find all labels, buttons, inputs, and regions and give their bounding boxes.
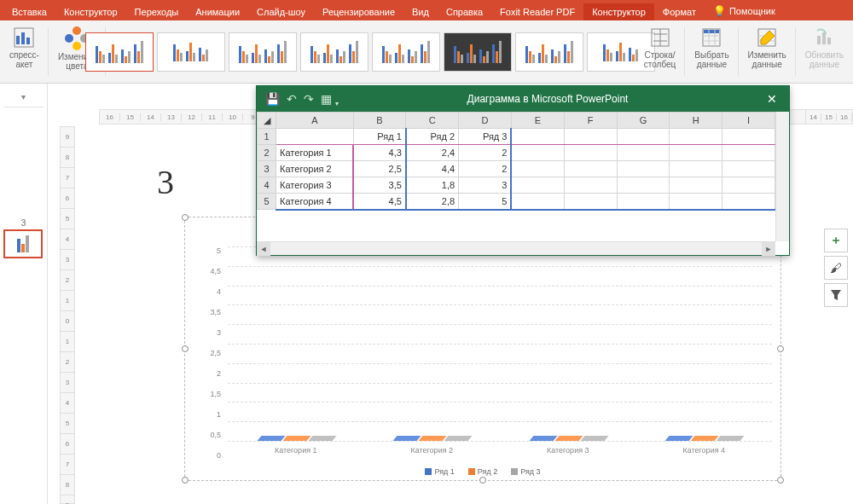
svg-rect-9 bbox=[822, 32, 826, 44]
save-icon[interactable]: 💾 bbox=[265, 92, 280, 106]
tab-insert[interactable]: Вставка bbox=[3, 3, 55, 20]
excel-titlebar[interactable]: 💾 ↶ ↷ ▦▾ Диаграмма в Microsoft PowerPoin… bbox=[257, 86, 789, 112]
refresh-data-button[interactable]: Обновить данные bbox=[801, 24, 848, 72]
cell-B5[interactable]: 4,5 bbox=[353, 194, 406, 210]
tab-review[interactable]: Рецензирование bbox=[314, 3, 403, 20]
change-data-button[interactable]: Изменить данные bbox=[744, 24, 791, 72]
tab-chart-format[interactable]: Формат bbox=[654, 3, 705, 20]
col-header-E[interactable]: E bbox=[511, 113, 564, 129]
selection-handle[interactable] bbox=[479, 477, 486, 484]
chart-style-1[interactable] bbox=[85, 32, 154, 72]
svg-rect-6 bbox=[704, 30, 719, 33]
chart-style-6[interactable] bbox=[444, 32, 512, 72]
excel-data-window[interactable]: 💾 ↶ ↷ ▦▾ Диаграмма в Microsoft PowerPoin… bbox=[256, 85, 790, 256]
cell-D5[interactable]: 5 bbox=[459, 194, 512, 210]
group-change-data: Изменить данные bbox=[739, 24, 796, 79]
select-data-label: Выбрать данные bbox=[694, 50, 728, 69]
col-header-G[interactable]: G bbox=[617, 113, 670, 129]
select-all-cell[interactable]: ◢ bbox=[258, 113, 276, 129]
redo-icon[interactable]: ↷ bbox=[304, 92, 314, 106]
slide-panel-options[interactable]: ▾ bbox=[3, 87, 44, 107]
tab-slideshow[interactable]: Слайд-шоу bbox=[248, 3, 314, 20]
switch-rowcol-icon bbox=[649, 26, 671, 49]
col-header-H[interactable]: H bbox=[670, 113, 722, 129]
col-header-F[interactable]: F bbox=[564, 113, 617, 129]
select-data-button[interactable]: Выбрать данные bbox=[690, 24, 733, 72]
excel-scrollbar-horizontal[interactable]: ◄ ► bbox=[257, 241, 775, 255]
chart-filters-button[interactable] bbox=[824, 283, 848, 307]
row-header-5[interactable]: 5 bbox=[258, 194, 276, 210]
slide-number-label: 3 bbox=[3, 218, 44, 228]
ribbon: спресс- акет Изменить цвета Строка/ стол… bbox=[0, 20, 853, 84]
change-data-icon bbox=[756, 26, 778, 49]
selection-handle[interactable] bbox=[777, 477, 784, 484]
undo-icon[interactable]: ↶ bbox=[287, 92, 297, 106]
cell-D1[interactable]: Ряд 3 bbox=[459, 129, 512, 145]
selection-handle[interactable] bbox=[182, 214, 189, 221]
cell-B2[interactable]: 4,3 bbox=[353, 145, 406, 161]
tab-help[interactable]: Справка bbox=[438, 3, 491, 20]
tab-chart-design[interactable]: Конструктор bbox=[583, 3, 654, 20]
tab-transitions[interactable]: Переходы bbox=[126, 3, 188, 20]
col-header-D[interactable]: D bbox=[459, 113, 512, 129]
excel-scrollbar-vertical[interactable] bbox=[775, 112, 789, 241]
chart-styles-gallery[interactable] bbox=[85, 24, 655, 79]
selection-handle[interactable] bbox=[182, 477, 189, 484]
chart-elements-button[interactable]: ＋ bbox=[824, 229, 848, 252]
tab-view[interactable]: Вид bbox=[403, 3, 438, 20]
col-header-C[interactable]: C bbox=[406, 113, 459, 129]
cell-B3[interactable]: 2,5 bbox=[353, 161, 406, 177]
excel-close-button[interactable]: ✕ bbox=[755, 92, 789, 106]
group-select-data: Выбрать данные bbox=[685, 24, 738, 79]
cell-C5[interactable]: 2,8 bbox=[406, 194, 459, 210]
slide-thumbnail[interactable] bbox=[3, 229, 43, 258]
chart-object[interactable]: Название диаграммы 54,543,532,521,510,50… bbox=[184, 217, 781, 481]
tab-animation[interactable]: Анимации bbox=[187, 3, 248, 20]
group-rowcol: Строка/ столбец bbox=[635, 24, 686, 79]
cell-A5[interactable]: Категория 4 bbox=[276, 194, 353, 210]
cell-B4[interactable]: 3,5 bbox=[353, 177, 406, 194]
chart-plot: 54,543,532,521,510,50 Категория 1Категор… bbox=[202, 246, 772, 449]
cell-B1[interactable]: Ряд 1 bbox=[353, 129, 406, 145]
row-header-3[interactable]: 3 bbox=[258, 161, 276, 177]
cell-C1[interactable]: Ряд 2 bbox=[406, 129, 459, 145]
chart-style-5[interactable] bbox=[372, 32, 440, 72]
slide-number-large: 3 bbox=[157, 162, 174, 202]
excel-app-icon[interactable]: ▦▾ bbox=[321, 92, 332, 106]
row-header-4[interactable]: 4 bbox=[258, 177, 276, 194]
chart-bars: Категория 1Категория 2Категория 3Категор… bbox=[228, 238, 772, 441]
selection-handle[interactable] bbox=[182, 345, 189, 352]
selection-handle[interactable] bbox=[777, 345, 784, 352]
tab-foxit[interactable]: Foxit Reader PDF bbox=[491, 3, 583, 20]
svg-rect-1 bbox=[16, 36, 20, 44]
chart-style-3[interactable] bbox=[229, 32, 297, 72]
chart-style-4[interactable] bbox=[300, 32, 368, 72]
tab-tellme[interactable]: 💡Помощник bbox=[705, 2, 784, 20]
cell-D3[interactable]: 2 bbox=[459, 161, 512, 177]
col-header-A[interactable]: A bbox=[276, 113, 353, 129]
chart-style-7[interactable] bbox=[515, 32, 583, 72]
row-header-2[interactable]: 2 bbox=[258, 145, 276, 161]
cell-D4[interactable]: 3 bbox=[459, 177, 512, 194]
row-header-1[interactable]: 1 bbox=[258, 129, 276, 145]
cell-C4[interactable]: 1,8 bbox=[406, 177, 459, 194]
cell-A4[interactable]: Категория 3 bbox=[276, 177, 353, 194]
cell-A2[interactable]: Категория 1 bbox=[276, 145, 353, 161]
switch-rowcol-button[interactable]: Строка/ столбец bbox=[640, 24, 681, 72]
scroll-right-icon[interactable]: ► bbox=[762, 242, 775, 256]
cell-C3[interactable]: 4,4 bbox=[406, 161, 459, 177]
scroll-left-icon[interactable]: ◄ bbox=[257, 242, 270, 256]
switch-rowcol-label: Строка/ столбец bbox=[644, 50, 676, 69]
cell-D2[interactable]: 2 bbox=[459, 145, 512, 161]
express-layout-label: спресс- акет bbox=[9, 50, 39, 69]
cell-C2[interactable]: 2,4 bbox=[406, 145, 459, 161]
svg-rect-2 bbox=[21, 32, 25, 44]
excel-grid[interactable]: ◢ABCDEFGHI1Ряд 1Ряд 2Ряд 32Категория 14,… bbox=[257, 112, 775, 241]
col-header-B[interactable]: B bbox=[353, 113, 406, 129]
chart-styles-button[interactable]: 🖌 bbox=[824, 256, 848, 280]
cell-A3[interactable]: Категория 2 bbox=[276, 161, 353, 177]
express-layout-button[interactable]: спресс- акет bbox=[5, 24, 44, 72]
tab-designer[interactable]: Конструктор bbox=[55, 3, 126, 20]
col-header-I[interactable]: I bbox=[722, 113, 775, 129]
chart-style-2[interactable] bbox=[157, 32, 225, 72]
